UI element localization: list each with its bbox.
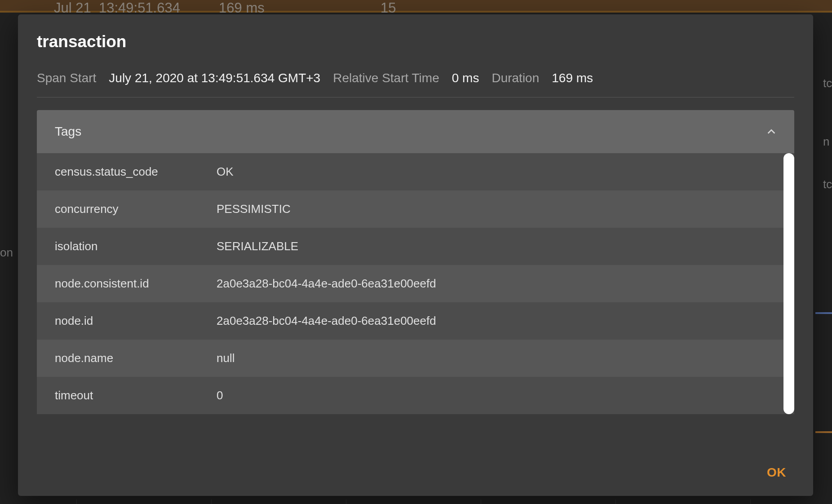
ok-button[interactable]: OK <box>759 462 794 483</box>
span-start-label: Span Start <box>37 71 96 85</box>
tags-section-title: Tags <box>55 124 81 139</box>
scrollbar[interactable] <box>783 153 794 414</box>
duration-value: 169 ms <box>552 71 593 85</box>
tag-value: SERIALIZABLE <box>217 239 776 253</box>
tag-value: PESSIMISTIC <box>217 202 776 216</box>
tags-list: census.status_codeOKconcurrencyPESSIMIST… <box>37 153 794 414</box>
tag-row: isolationSERIALIZABLE <box>37 228 794 265</box>
tag-row: concurrencyPESSIMISTIC <box>37 190 794 228</box>
tags-section-header[interactable]: Tags <box>37 110 794 153</box>
tags-body: census.status_codeOKconcurrencyPESSIMIST… <box>37 153 794 414</box>
tag-row: timeout0 <box>37 377 794 414</box>
tag-value: null <box>217 351 776 365</box>
tag-row: node.consistent.id2a0e3a28-bc04-4a4e-ade… <box>37 265 794 302</box>
relative-start-value: 0 ms <box>452 71 479 85</box>
span-detail-modal: transaction Span Start July 21, 2020 at … <box>18 14 813 496</box>
tag-value: 2a0e3a28-bc04-4a4e-ade0-6ea31e00eefd <box>217 314 776 328</box>
modal-footer: OK <box>37 448 794 483</box>
tag-row: node.id2a0e3a28-bc04-4a4e-ade0-6ea31e00e… <box>37 302 794 340</box>
tag-row: census.status_codeOK <box>37 153 794 190</box>
tag-key: concurrency <box>55 202 217 216</box>
chevron-up-icon <box>766 127 776 137</box>
tag-value: 2a0e3a28-bc04-4a4e-ade0-6ea31e00eefd <box>217 277 776 291</box>
duration-label: Duration <box>491 71 539 85</box>
tag-value: 0 <box>217 389 776 402</box>
tag-row: node.namenull <box>37 340 794 377</box>
tags-section: Tags census.status_codeOKconcurrencyPESS… <box>37 110 794 414</box>
relative-start-label: Relative Start Time <box>333 71 439 85</box>
tag-key: node.name <box>55 351 217 365</box>
tag-key: timeout <box>55 389 217 402</box>
tag-key: census.status_code <box>55 165 217 179</box>
span-start-value: July 21, 2020 at 13:49:51.634 GMT+3 <box>109 71 320 85</box>
span-meta-row: Span Start July 21, 2020 at 13:49:51.634… <box>37 71 794 97</box>
tag-key: node.consistent.id <box>55 277 217 291</box>
tag-value: OK <box>217 165 776 179</box>
tag-key: isolation <box>55 239 217 253</box>
tag-key: node.id <box>55 314 217 328</box>
modal-title: transaction <box>37 32 794 51</box>
